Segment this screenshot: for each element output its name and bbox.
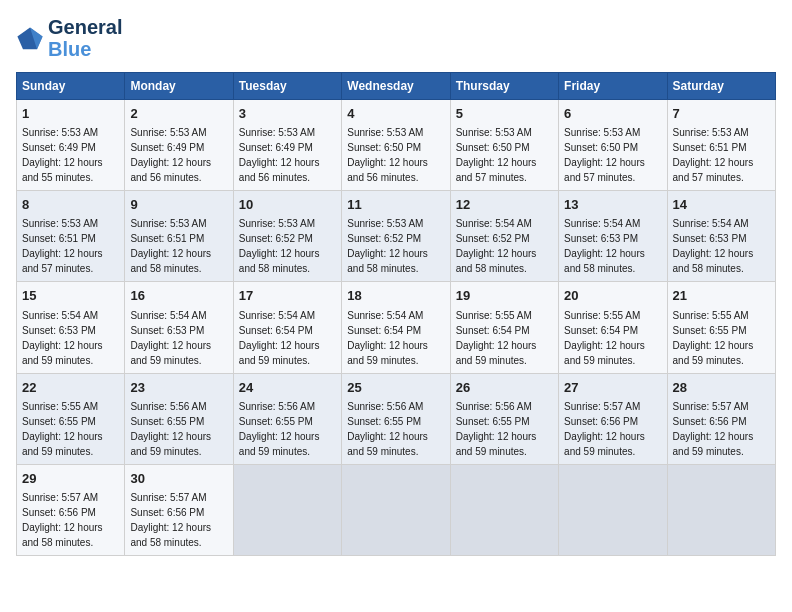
col-header-thursday: Thursday xyxy=(450,73,558,100)
calendar-cell: 10Sunrise: 5:53 AMSunset: 6:52 PMDayligh… xyxy=(233,191,341,282)
cell-info: Sunrise: 5:56 AMSunset: 6:55 PMDaylight:… xyxy=(456,401,537,457)
day-number: 26 xyxy=(456,379,553,397)
cell-info: Sunrise: 5:53 AMSunset: 6:50 PMDaylight:… xyxy=(564,127,645,183)
col-header-wednesday: Wednesday xyxy=(342,73,450,100)
calendar-week-2: 8Sunrise: 5:53 AMSunset: 6:51 PMDaylight… xyxy=(17,191,776,282)
logo-text: General Blue xyxy=(48,16,122,60)
day-number: 17 xyxy=(239,287,336,305)
col-header-tuesday: Tuesday xyxy=(233,73,341,100)
calendar-cell: 21Sunrise: 5:55 AMSunset: 6:55 PMDayligh… xyxy=(667,282,775,373)
day-number: 29 xyxy=(22,470,119,488)
cell-info: Sunrise: 5:53 AMSunset: 6:49 PMDaylight:… xyxy=(130,127,211,183)
calendar-cell xyxy=(342,464,450,555)
calendar-cell xyxy=(559,464,667,555)
calendar-cell: 24Sunrise: 5:56 AMSunset: 6:55 PMDayligh… xyxy=(233,373,341,464)
day-number: 27 xyxy=(564,379,661,397)
calendar-cell xyxy=(450,464,558,555)
calendar-week-3: 15Sunrise: 5:54 AMSunset: 6:53 PMDayligh… xyxy=(17,282,776,373)
day-number: 14 xyxy=(673,196,770,214)
cell-info: Sunrise: 5:53 AMSunset: 6:51 PMDaylight:… xyxy=(673,127,754,183)
day-number: 3 xyxy=(239,105,336,123)
calendar-cell: 18Sunrise: 5:54 AMSunset: 6:54 PMDayligh… xyxy=(342,282,450,373)
logo: General Blue xyxy=(16,16,122,60)
calendar-cell: 1Sunrise: 5:53 AMSunset: 6:49 PMDaylight… xyxy=(17,100,125,191)
cell-info: Sunrise: 5:53 AMSunset: 6:49 PMDaylight:… xyxy=(22,127,103,183)
cell-info: Sunrise: 5:53 AMSunset: 6:51 PMDaylight:… xyxy=(130,218,211,274)
day-number: 1 xyxy=(22,105,119,123)
calendar-cell: 3Sunrise: 5:53 AMSunset: 6:49 PMDaylight… xyxy=(233,100,341,191)
day-number: 4 xyxy=(347,105,444,123)
day-number: 13 xyxy=(564,196,661,214)
header-row: SundayMondayTuesdayWednesdayThursdayFrid… xyxy=(17,73,776,100)
cell-info: Sunrise: 5:56 AMSunset: 6:55 PMDaylight:… xyxy=(130,401,211,457)
cell-info: Sunrise: 5:53 AMSunset: 6:52 PMDaylight:… xyxy=(239,218,320,274)
cell-info: Sunrise: 5:54 AMSunset: 6:54 PMDaylight:… xyxy=(347,310,428,366)
calendar-cell: 23Sunrise: 5:56 AMSunset: 6:55 PMDayligh… xyxy=(125,373,233,464)
day-number: 18 xyxy=(347,287,444,305)
calendar-cell: 9Sunrise: 5:53 AMSunset: 6:51 PMDaylight… xyxy=(125,191,233,282)
day-number: 22 xyxy=(22,379,119,397)
cell-info: Sunrise: 5:55 AMSunset: 6:55 PMDaylight:… xyxy=(22,401,103,457)
calendar-cell: 25Sunrise: 5:56 AMSunset: 6:55 PMDayligh… xyxy=(342,373,450,464)
day-number: 11 xyxy=(347,196,444,214)
day-number: 8 xyxy=(22,196,119,214)
calendar-cell: 14Sunrise: 5:54 AMSunset: 6:53 PMDayligh… xyxy=(667,191,775,282)
calendar-cell: 30Sunrise: 5:57 AMSunset: 6:56 PMDayligh… xyxy=(125,464,233,555)
day-number: 12 xyxy=(456,196,553,214)
day-number: 6 xyxy=(564,105,661,123)
cell-info: Sunrise: 5:57 AMSunset: 6:56 PMDaylight:… xyxy=(22,492,103,548)
cell-info: Sunrise: 5:56 AMSunset: 6:55 PMDaylight:… xyxy=(239,401,320,457)
col-header-monday: Monday xyxy=(125,73,233,100)
day-number: 23 xyxy=(130,379,227,397)
calendar-cell xyxy=(233,464,341,555)
calendar-cell: 5Sunrise: 5:53 AMSunset: 6:50 PMDaylight… xyxy=(450,100,558,191)
cell-info: Sunrise: 5:55 AMSunset: 6:54 PMDaylight:… xyxy=(456,310,537,366)
col-header-sunday: Sunday xyxy=(17,73,125,100)
cell-info: Sunrise: 5:57 AMSunset: 6:56 PMDaylight:… xyxy=(564,401,645,457)
cell-info: Sunrise: 5:54 AMSunset: 6:54 PMDaylight:… xyxy=(239,310,320,366)
cell-info: Sunrise: 5:55 AMSunset: 6:54 PMDaylight:… xyxy=(564,310,645,366)
col-header-friday: Friday xyxy=(559,73,667,100)
cell-info: Sunrise: 5:54 AMSunset: 6:53 PMDaylight:… xyxy=(130,310,211,366)
calendar-cell: 15Sunrise: 5:54 AMSunset: 6:53 PMDayligh… xyxy=(17,282,125,373)
day-number: 20 xyxy=(564,287,661,305)
calendar-cell: 29Sunrise: 5:57 AMSunset: 6:56 PMDayligh… xyxy=(17,464,125,555)
day-number: 7 xyxy=(673,105,770,123)
col-header-saturday: Saturday xyxy=(667,73,775,100)
calendar-cell: 27Sunrise: 5:57 AMSunset: 6:56 PMDayligh… xyxy=(559,373,667,464)
cell-info: Sunrise: 5:53 AMSunset: 6:51 PMDaylight:… xyxy=(22,218,103,274)
cell-info: Sunrise: 5:54 AMSunset: 6:52 PMDaylight:… xyxy=(456,218,537,274)
cell-info: Sunrise: 5:57 AMSunset: 6:56 PMDaylight:… xyxy=(130,492,211,548)
calendar-cell: 8Sunrise: 5:53 AMSunset: 6:51 PMDaylight… xyxy=(17,191,125,282)
calendar-cell: 13Sunrise: 5:54 AMSunset: 6:53 PMDayligh… xyxy=(559,191,667,282)
calendar-cell: 17Sunrise: 5:54 AMSunset: 6:54 PMDayligh… xyxy=(233,282,341,373)
day-number: 28 xyxy=(673,379,770,397)
calendar-cell: 22Sunrise: 5:55 AMSunset: 6:55 PMDayligh… xyxy=(17,373,125,464)
calendar-cell: 11Sunrise: 5:53 AMSunset: 6:52 PMDayligh… xyxy=(342,191,450,282)
day-number: 9 xyxy=(130,196,227,214)
calendar-cell: 12Sunrise: 5:54 AMSunset: 6:52 PMDayligh… xyxy=(450,191,558,282)
cell-info: Sunrise: 5:53 AMSunset: 6:50 PMDaylight:… xyxy=(456,127,537,183)
calendar-cell: 20Sunrise: 5:55 AMSunset: 6:54 PMDayligh… xyxy=(559,282,667,373)
day-number: 10 xyxy=(239,196,336,214)
day-number: 24 xyxy=(239,379,336,397)
cell-info: Sunrise: 5:54 AMSunset: 6:53 PMDaylight:… xyxy=(22,310,103,366)
calendar-week-1: 1Sunrise: 5:53 AMSunset: 6:49 PMDaylight… xyxy=(17,100,776,191)
day-number: 19 xyxy=(456,287,553,305)
day-number: 5 xyxy=(456,105,553,123)
calendar-cell: 16Sunrise: 5:54 AMSunset: 6:53 PMDayligh… xyxy=(125,282,233,373)
cell-info: Sunrise: 5:54 AMSunset: 6:53 PMDaylight:… xyxy=(673,218,754,274)
day-number: 30 xyxy=(130,470,227,488)
calendar-week-4: 22Sunrise: 5:55 AMSunset: 6:55 PMDayligh… xyxy=(17,373,776,464)
day-number: 21 xyxy=(673,287,770,305)
page-header: General Blue xyxy=(16,16,776,60)
calendar-week-5: 29Sunrise: 5:57 AMSunset: 6:56 PMDayligh… xyxy=(17,464,776,555)
calendar-cell: 19Sunrise: 5:55 AMSunset: 6:54 PMDayligh… xyxy=(450,282,558,373)
cell-info: Sunrise: 5:55 AMSunset: 6:55 PMDaylight:… xyxy=(673,310,754,366)
cell-info: Sunrise: 5:53 AMSunset: 6:52 PMDaylight:… xyxy=(347,218,428,274)
calendar-cell: 4Sunrise: 5:53 AMSunset: 6:50 PMDaylight… xyxy=(342,100,450,191)
cell-info: Sunrise: 5:57 AMSunset: 6:56 PMDaylight:… xyxy=(673,401,754,457)
day-number: 16 xyxy=(130,287,227,305)
cell-info: Sunrise: 5:53 AMSunset: 6:50 PMDaylight:… xyxy=(347,127,428,183)
day-number: 25 xyxy=(347,379,444,397)
